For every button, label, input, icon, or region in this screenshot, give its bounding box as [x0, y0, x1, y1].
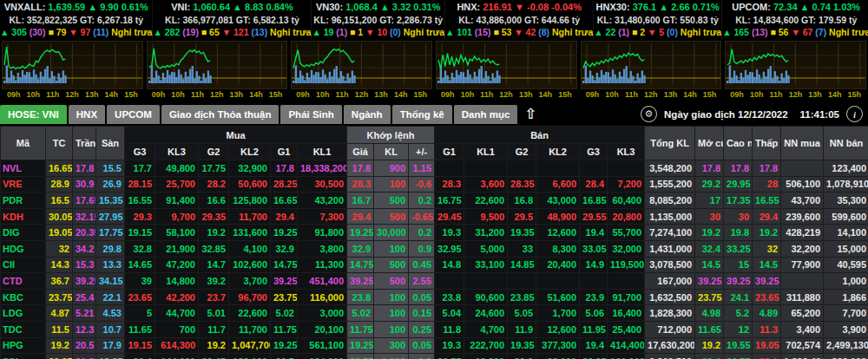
index-quote: VN30: 1,068.4 ▲ 3.32 0.31% [312, 1, 444, 14]
foreign-buy [781, 273, 824, 290]
buy-volume-2: 50,600 [229, 176, 271, 193]
ticker-cell[interactable]: KBC [1, 289, 46, 305]
index-breadth: ▲ 22 (1) ■ 2 ▼ 5 (0) Nghỉ trưa [594, 26, 721, 39]
table-row[interactable]: PDR16.517.6515.3516.5591,40016.6125,8001… [1, 193, 868, 209]
table-row[interactable]: KDH30.0532.1527.9529.39,70029.3511,70029… [1, 208, 868, 225]
ticker-cell[interactable]: DIG [1, 225, 46, 241]
chart-time-axis: 09h10h11h12h13h14h15h [436, 89, 577, 101]
sell-price-1 [435, 273, 464, 290]
table-row[interactable]: VRE28.930.926.928.1525,70028.250,60028.2… [1, 176, 868, 193]
col-header-open: Mở cửa [695, 127, 724, 160]
collapse-panel-icon[interactable]: ⇧ [524, 106, 536, 123]
high-price: 20.75 [724, 354, 753, 359]
sell-price-3: 33.05 [580, 240, 608, 257]
index-panel-hnx30[interactable]: HNX30: 376.1 ▲ 2.66 0.71%KL: 31,480,600 … [594, 0, 722, 40]
table-row[interactable]: DIG19.0520.3517.7519.1558,10019.2131,600… [1, 225, 868, 241]
ticker-cell[interactable]: CTD [1, 273, 46, 290]
table-row[interactable]: CII14.315.313.314.6547,20014.7102,60014.… [1, 257, 868, 273]
col-group-matched: Khớp lệnh [347, 127, 435, 144]
col-header-foreign-sell: NN bán [824, 127, 868, 160]
buy-volume-2: 132,100 [229, 354, 271, 359]
table-row[interactable]: NVL16.6517.815.517.749,80017.7532,90017.… [1, 160, 868, 177]
ticker-cell[interactable]: PDR [1, 193, 46, 209]
foreign-sell: 1,866 [824, 289, 868, 305]
index-breadth: ▲ 19 (1) ■ 1 ▼ 10 (0) Nghỉ trưa [312, 26, 444, 39]
buy-volume-3: 42,200 [155, 289, 199, 305]
ceiling-price: 32.15 [73, 208, 96, 225]
sell-price-3 [580, 160, 608, 177]
buy-price-3: 28.15 [125, 176, 155, 193]
buy-price-1: 19.25 [271, 337, 298, 354]
ticker-cell[interactable]: SSI [1, 354, 46, 359]
tab-giao-d-ch-th-a-thu-n[interactable]: Giao dịch Thỏa thuận [161, 105, 279, 124]
match-price: 19.25 [347, 225, 374, 241]
match-change: 0.3 [409, 354, 435, 359]
col-header-sell-g3: G3 [580, 144, 608, 160]
low-price: 32 [753, 240, 781, 257]
ticker-cell[interactable]: CII [1, 257, 46, 273]
open-price: 19.2 [695, 337, 724, 354]
info-icon[interactable]: i [846, 106, 863, 122]
time-tick: 15h [124, 90, 138, 101]
sell-volume-2 [536, 273, 580, 290]
buy-price-3: 29.3 [125, 208, 155, 225]
buy-volume-1: 3,000 [298, 305, 347, 322]
open-price: 19.2 [695, 225, 724, 241]
tab-ng-nh[interactable]: Ngành [344, 105, 391, 124]
ticker-cell[interactable]: KDH [1, 208, 46, 225]
col-group-buy: Mua [125, 127, 347, 144]
time-tick: 14h [683, 90, 697, 101]
tab-ph-i-sinh[interactable]: Phái Sinh [280, 105, 341, 124]
table-row[interactable]: HPG19.220.517.919.15614,30019.21,047,700… [1, 337, 868, 354]
table-row[interactable]: LDG4.875.214.53544,7005.0122,6005.023,00… [1, 305, 868, 322]
total-volume: 167,000 [645, 273, 695, 290]
index-panel-vn30[interactable]: VN30: 1,068.4 ▲ 3.32 0.31%KL: 96,151,200… [312, 0, 445, 40]
sell-price-1: 23.8 [435, 289, 464, 305]
total-volume: 1,632,500 [645, 289, 695, 305]
index-panel-vnxall[interactable]: VNXALL: 1,639.59 ▲ 9.90 0.61%KL: 352,822… [0, 0, 153, 40]
low-price: 14.5 [753, 257, 781, 273]
ref-price: 19.05 [46, 225, 73, 241]
buy-price-1: 32.9 [271, 240, 298, 257]
foreign-buy: 506,100 [781, 176, 824, 193]
tab-th-ng-k-[interactable]: Thống kê [392, 105, 452, 124]
sell-price-1: 20.55 [435, 354, 464, 359]
match-volume: 100 [374, 240, 409, 257]
buy-volume-1: 11,300 [298, 257, 347, 273]
tab-upcom[interactable]: UPCOM [107, 105, 160, 124]
match-volume: 1,000 [374, 354, 409, 359]
table-row[interactable]: HDG3234.229.832.821,90032.854,10032.93,8… [1, 240, 868, 257]
ticker-cell[interactable]: NVL [1, 160, 46, 177]
time-tick: 11h [480, 90, 493, 101]
table-row[interactable]: SSI20.2521.6518.8520.4144,60020.45132,10… [1, 354, 868, 359]
floor-price: 15.35 [96, 193, 125, 209]
ticker-cell[interactable]: HPG [1, 337, 46, 354]
ticker-cell[interactable]: HDG [1, 240, 46, 257]
ticker-cell[interactable]: LDG [1, 305, 46, 322]
tab-hose-vni[interactable]: HOSE: VNI [0, 105, 67, 124]
sell-volume-3: 119,500 [608, 257, 645, 273]
table-row[interactable]: TDC11.512.310.711.6570011.711,70011.7520… [1, 321, 868, 337]
table-row[interactable]: KBC23.7525.422.123.6542,20023.796,70023.… [1, 289, 868, 305]
ticker-cell[interactable]: VRE [1, 176, 46, 193]
tab-danh-m-c[interactable]: Danh mục [454, 105, 518, 124]
ceiling-price: 15.3 [73, 257, 96, 273]
sell-price-3 [580, 273, 608, 290]
index-panel-upcom[interactable]: UPCOM: 72.34 ▲ 0.74 1.03%KL: 14,834,600 … [722, 0, 868, 40]
time-tick: 12h [499, 90, 513, 101]
sell-volume-2: 51,600 [536, 289, 580, 305]
table-row[interactable]: CTD36.739.2534.153914,80039.23,70039.254… [1, 273, 868, 290]
gear-icon[interactable]: ⚙ [641, 106, 657, 122]
match-change: 0.25 [409, 321, 435, 337]
intraday-chart-hnx: 09h10h11h12h13h14h15h [434, 40, 579, 102]
col-header-buy-g1: G1 [271, 144, 298, 160]
sell-price-1: 11.8 [435, 321, 464, 337]
foreign-sell: 2,499,130 [824, 337, 868, 354]
col-header-buy-kl2: KL2 [229, 144, 271, 160]
ticker-cell[interactable]: TDC [1, 321, 46, 337]
match-volume: 500 [374, 208, 409, 225]
index-panel-vni[interactable]: VNI: 1,060.64 ▲ 8.83 0.84%KL: 366,977,08… [153, 0, 312, 40]
tab-hnx[interactable]: HNX [69, 105, 105, 124]
buy-volume-3: 700 [155, 321, 199, 337]
index-panel-hnx[interactable]: HNX: 216.91 ▼ -0.08 -0.04%KL: 43,886,000… [445, 0, 594, 40]
